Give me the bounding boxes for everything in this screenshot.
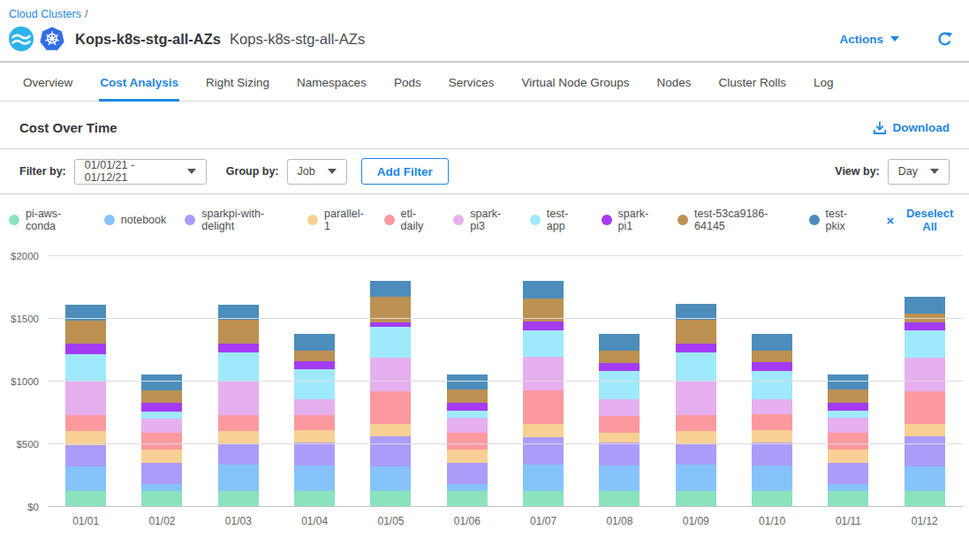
bar-segment-test-53ca9186-64145[interactable] (676, 320, 716, 344)
legend-item-spark-pi3[interactable]: spark-pi3 (453, 208, 511, 232)
legend-item-sparkpi-with-delight[interactable]: sparkpi-with-delight (185, 208, 289, 232)
bar-segment-test-pkix[interactable] (523, 281, 564, 298)
bar-segment-test-53ca9186-64145[interactable] (65, 321, 106, 344)
bar-segment-etl-daily[interactable] (294, 415, 335, 430)
bar-segment-pi-aws-conda[interactable] (447, 491, 488, 507)
bar-segment-etl-daily[interactable] (905, 391, 945, 425)
bar-segment-parallel-1[interactable] (752, 430, 792, 442)
bar-segment-parallel-1[interactable] (141, 450, 182, 462)
bar-segment-spark-pi3[interactable] (599, 399, 640, 416)
bar-segment-test-app[interactable] (447, 411, 488, 418)
bar-segment-test-53ca9186-64145[interactable] (447, 390, 488, 402)
bar-segment-pi-aws-conda[interactable] (676, 491, 716, 507)
bar-segment-test-app[interactable] (294, 369, 335, 399)
bar-segment-notebook[interactable] (752, 465, 792, 491)
bar-segment-spark-pi3[interactable] (676, 381, 716, 414)
bar-segment-test-app[interactable] (523, 330, 564, 358)
bar-segment-test-app[interactable] (370, 327, 411, 358)
bar-segment-sparkpi-with-delight[interactable] (65, 445, 106, 465)
bar-segment-sparkpi-with-delight[interactable] (218, 443, 259, 465)
bar-segment-test-pkix[interactable] (141, 375, 182, 390)
bar-segment-test-pkix[interactable] (905, 297, 945, 313)
legend-item-test-53ca9186-64145[interactable]: test-53ca9186-64145 (678, 208, 791, 232)
bar-segment-parallel-1[interactable] (828, 450, 868, 462)
bar-segment-etl-daily[interactable] (676, 415, 716, 431)
bar-segment-sparkpi-with-delight[interactable] (141, 463, 182, 485)
bar-segment-notebook[interactable] (523, 465, 564, 490)
legend-item-pi-aws-conda[interactable]: pi-aws-conda (9, 208, 86, 232)
tab-overview[interactable]: Overview (22, 63, 73, 102)
bar-segment-spark-pi1[interactable] (141, 403, 182, 412)
bar-segment-spark-pi1[interactable] (65, 344, 106, 353)
legend-item-test-pkix[interactable]: test-pkix (809, 208, 863, 232)
tab-namespaces[interactable]: Namespaces (296, 63, 367, 102)
bar-segment-pi-aws-conda[interactable] (141, 491, 182, 507)
bar-segment-test-53ca9186-64145[interactable] (752, 351, 792, 362)
bar-segment-test-53ca9186-64145[interactable] (599, 351, 640, 363)
bar-segment-etl-daily[interactable] (599, 416, 640, 432)
bar-segment-notebook[interactable] (676, 465, 716, 490)
bar-segment-spark-pi3[interactable] (523, 357, 564, 390)
bar-segment-parallel-1[interactable] (676, 431, 716, 443)
legend-item-spark-pi1[interactable]: spark-pi1 (602, 208, 660, 232)
bar-segment-spark-pi3[interactable] (447, 418, 488, 433)
bar-segment-spark-pi1[interactable] (676, 344, 716, 352)
bar-segment-test-app[interactable] (65, 354, 106, 381)
bar-segment-notebook[interactable] (447, 484, 488, 491)
bar-segment-test-app[interactable] (141, 412, 182, 419)
bar-segment-test-pkix[interactable] (599, 334, 640, 350)
bar-segment-notebook[interactable] (218, 465, 259, 490)
date-range-select[interactable]: 01/01/21 - 01/12/21 (74, 159, 207, 185)
legend-item-notebook[interactable]: notebook (104, 214, 166, 226)
tab-cost-analysis[interactable]: Cost Analysis (99, 63, 179, 102)
bar-segment-sparkpi-with-delight[interactable] (828, 463, 868, 485)
bar-segment-spark-pi1[interactable] (294, 361, 335, 369)
tab-pods[interactable]: Pods (393, 63, 422, 102)
bar-segment-pi-aws-conda[interactable] (218, 491, 259, 507)
bar-segment-etl-daily[interactable] (218, 415, 259, 431)
bar-segment-spark-pi1[interactable] (218, 344, 259, 352)
bar-segment-spark-pi3[interactable] (905, 358, 945, 391)
bar-segment-test-app[interactable] (905, 330, 945, 358)
bar-segment-spark-pi1[interactable] (828, 403, 868, 412)
bar-segment-sparkpi-with-delight[interactable] (523, 437, 564, 465)
bar-segment-etl-daily[interactable] (370, 391, 411, 425)
bar-segment-test-app[interactable] (218, 352, 259, 381)
bar-segment-notebook[interactable] (828, 484, 868, 491)
bar-segment-notebook[interactable] (905, 466, 945, 491)
bar-segment-test-pkix[interactable] (828, 375, 868, 390)
bar-segment-etl-daily[interactable] (141, 433, 182, 450)
bar-segment-parallel-1[interactable] (599, 433, 640, 443)
actions-button[interactable]: Actions (839, 33, 899, 46)
bar-segment-spark-pi3[interactable] (370, 358, 411, 391)
bar-segment-test-app[interactable] (676, 352, 716, 382)
bar-segment-test-53ca9186-64145[interactable] (828, 390, 868, 402)
bar-segment-spark-pi1[interactable] (447, 403, 488, 412)
bar-segment-spark-pi3[interactable] (218, 381, 259, 415)
tab-right-sizing[interactable]: Right Sizing (205, 63, 270, 102)
bar-segment-parallel-1[interactable] (218, 431, 259, 443)
bar-segment-sparkpi-with-delight[interactable] (676, 443, 716, 465)
bar-segment-sparkpi-with-delight[interactable] (905, 436, 945, 466)
bar-segment-test-53ca9186-64145[interactable] (141, 390, 182, 402)
bar-segment-parallel-1[interactable] (447, 450, 488, 462)
bar-segment-test-app[interactable] (828, 411, 868, 418)
bar-segment-parallel-1[interactable] (370, 424, 411, 435)
bar-segment-spark-pi1[interactable] (599, 363, 640, 371)
bar-segment-etl-daily[interactable] (752, 414, 792, 430)
bar-segment-etl-daily[interactable] (523, 390, 564, 424)
bar-segment-sparkpi-with-delight[interactable] (599, 443, 640, 465)
bar-segment-etl-daily[interactable] (828, 433, 868, 450)
tab-cluster-rolls[interactable]: Cluster Rolls (718, 63, 788, 102)
bar-segment-test-pkix[interactable] (370, 281, 411, 297)
bar-segment-notebook[interactable] (294, 465, 335, 490)
bar-segment-spark-pi3[interactable] (141, 419, 182, 433)
bar-segment-test-pkix[interactable] (294, 334, 335, 350)
bar-segment-spark-pi3[interactable] (828, 418, 868, 433)
bar-segment-parallel-1[interactable] (905, 424, 945, 435)
bar-segment-pi-aws-conda[interactable] (599, 491, 640, 507)
bar-segment-pi-aws-conda[interactable] (828, 491, 868, 507)
bar-segment-test-app[interactable] (599, 371, 640, 399)
bar-segment-pi-aws-conda[interactable] (905, 491, 945, 507)
bar-segment-sparkpi-with-delight[interactable] (447, 463, 488, 485)
